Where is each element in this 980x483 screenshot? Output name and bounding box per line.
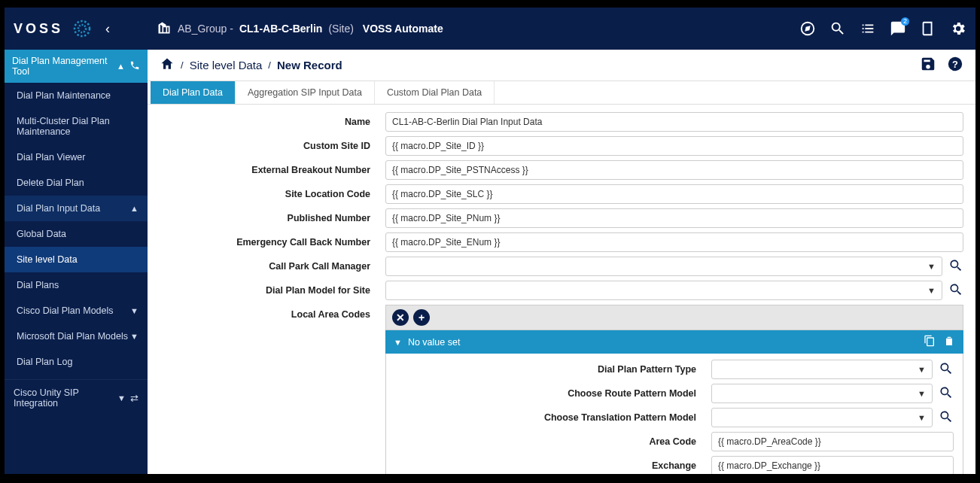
breadcrumb-current: New Record bbox=[277, 59, 342, 71]
ext-breakout-field[interactable] bbox=[385, 160, 963, 180]
add-item-button[interactable]: + bbox=[413, 309, 430, 326]
dial-model-search-button[interactable] bbox=[948, 282, 963, 299]
explore-icon[interactable] bbox=[799, 20, 816, 37]
section-title: No value set bbox=[408, 337, 460, 348]
pattern-type-label: Dial Plan Pattern Type bbox=[395, 364, 711, 375]
sidebar-item-label: Dial Plan Input Data bbox=[17, 203, 100, 214]
name-label: Name bbox=[160, 117, 385, 127]
save-button[interactable] bbox=[920, 56, 936, 74]
top-bar: VOSS ‹ AB_Group - CL1-AB-C-Berlin (Site)… bbox=[5, 8, 975, 50]
settings-icon[interactable] bbox=[950, 20, 966, 37]
sidebar-group-title: Dial Plan Management Tool bbox=[12, 56, 117, 77]
tabs: Dial Plan Data Aggregation SIP Input Dat… bbox=[148, 81, 975, 105]
sidebar-item-label: Cisco Dial Plan Models bbox=[17, 305, 114, 316]
chevron-down-icon: ▼ bbox=[918, 365, 926, 374]
site-loc-label: Site Location Code bbox=[160, 189, 385, 199]
chevron-down-icon: ▼ bbox=[927, 262, 936, 271]
call-park-select[interactable]: ▼ bbox=[385, 257, 942, 276]
page-header: / Site level Data / New Record ? bbox=[148, 50, 975, 81]
help-button[interactable]: ? bbox=[947, 56, 963, 74]
chevron-down-icon: ▼ bbox=[918, 413, 926, 422]
sidebar-item-label: Cisco Unity SIP Integration bbox=[14, 387, 117, 409]
emerg-cb-label: Emergency Call Back Number bbox=[160, 237, 385, 248]
form-area: Name Custom Site ID External Breakout Nu… bbox=[148, 105, 975, 474]
breadcrumb-link[interactable]: Site level Data bbox=[190, 59, 263, 71]
local-area-label: Local Area Codes bbox=[160, 305, 385, 320]
name-field[interactable] bbox=[385, 112, 963, 132]
org-icon[interactable] bbox=[157, 20, 172, 38]
brand-logo-icon bbox=[71, 17, 93, 40]
phone-icon bbox=[129, 60, 140, 73]
chevron-down-icon: ▼ bbox=[130, 332, 138, 341]
context-org: AB_Group - bbox=[178, 23, 233, 35]
local-area-section-header[interactable]: ▼ No value set bbox=[385, 330, 963, 354]
context-breadcrumb[interactable]: AB_Group - CL1-AB-C-Berlin (Site) bbox=[178, 23, 354, 35]
sidebar-group-header[interactable]: Dial Plan Management Tool ▲ bbox=[5, 50, 148, 83]
sidebar-item-dial-plan-viewer[interactable]: Dial Plan Viewer bbox=[5, 144, 148, 170]
local-area-toolbar: ✕ + bbox=[385, 305, 963, 330]
search-icon[interactable] bbox=[829, 20, 846, 37]
route-model-select[interactable]: ▼ bbox=[711, 384, 933, 403]
pattern-type-search-button[interactable] bbox=[939, 361, 954, 378]
site-loc-field[interactable] bbox=[385, 184, 963, 204]
call-park-label: Call Park Call Manager bbox=[160, 261, 385, 272]
pattern-type-select[interactable]: ▼ bbox=[711, 360, 933, 379]
chevron-down-icon: ▼ bbox=[130, 306, 138, 315]
pub-number-label: Published Number bbox=[160, 213, 385, 223]
trans-model-label: Choose Translation Pattern Model bbox=[395, 412, 711, 423]
book-icon[interactable] bbox=[920, 20, 936, 37]
remove-item-button[interactable]: ✕ bbox=[392, 309, 409, 326]
chevron-down-icon: ▼ bbox=[394, 338, 402, 347]
chevron-up-icon: ▲ bbox=[130, 204, 138, 213]
link-icon: ⇄ bbox=[130, 393, 138, 404]
ext-breakout-label: External Breakout Number bbox=[160, 165, 385, 175]
local-area-section-body: Dial Plan Pattern Type ▼ Choose Route Pa… bbox=[385, 354, 963, 474]
tab-dial-plan-data[interactable]: Dial Plan Data bbox=[151, 81, 236, 104]
sidebar-item-dial-plan-log[interactable]: Dial Plan Log bbox=[5, 349, 148, 375]
sidebar-item-dial-plan-maintenance[interactable]: Dial Plan Maintenance bbox=[5, 83, 148, 108]
route-model-search-button[interactable] bbox=[939, 385, 954, 402]
chevron-down-icon: ▼ bbox=[117, 393, 126, 402]
pub-number-field[interactable] bbox=[385, 208, 963, 228]
call-park-search-button[interactable] bbox=[948, 258, 963, 275]
tab-aggregation-sip[interactable]: Aggregation SIP Input Data bbox=[236, 81, 375, 104]
chat-icon[interactable]: 2 bbox=[890, 20, 906, 37]
emerg-cb-field[interactable] bbox=[385, 232, 963, 252]
sidebar-item-delete-dial-plan[interactable]: Delete Dial Plan bbox=[5, 170, 148, 196]
brand-name: VOSS bbox=[14, 21, 63, 37]
context-site: CL1-AB-C-Berlin bbox=[239, 23, 322, 35]
trans-model-search-button[interactable] bbox=[939, 409, 954, 427]
dial-model-label: Dial Plan Model for Site bbox=[160, 285, 385, 296]
chevron-up-icon: ▲ bbox=[117, 62, 125, 71]
svg-point-0 bbox=[75, 21, 90, 36]
exchange-label: Exchange bbox=[395, 460, 711, 471]
list-icon[interactable] bbox=[860, 20, 876, 37]
notification-badge: 2 bbox=[901, 17, 909, 26]
chevron-down-icon: ▼ bbox=[927, 286, 936, 295]
sidebar-item-cisco-models[interactable]: Cisco Dial Plan Models ▼ bbox=[5, 298, 148, 324]
copy-icon[interactable] bbox=[924, 335, 936, 349]
app-name: VOSS Automate bbox=[363, 23, 443, 35]
svg-point-1 bbox=[78, 25, 86, 32]
trans-model-select[interactable]: ▼ bbox=[711, 408, 933, 427]
sidebar-collapse-button[interactable]: ‹ bbox=[105, 21, 110, 37]
area-code-label: Area Code bbox=[395, 436, 711, 447]
chevron-down-icon: ▼ bbox=[918, 389, 926, 398]
sidebar-item-global-data[interactable]: Global Data bbox=[5, 221, 148, 247]
sidebar-item-dial-plans[interactable]: Dial Plans bbox=[5, 272, 148, 298]
route-model-label: Choose Route Pattern Model bbox=[395, 388, 711, 399]
sidebar-item-microsoft-models[interactable]: Microsoft Dial Plan Models ▼ bbox=[5, 324, 148, 349]
sidebar-item-site-level-data[interactable]: Site level Data bbox=[5, 247, 148, 272]
area-code-field[interactable] bbox=[711, 432, 954, 451]
sidebar-item-label: Microsoft Dial Plan Models bbox=[17, 331, 128, 342]
custom-site-id-field[interactable] bbox=[385, 136, 963, 156]
sidebar: Dial Plan Management Tool ▲ Dial Plan Ma… bbox=[5, 50, 148, 474]
exchange-field[interactable] bbox=[711, 456, 954, 474]
sidebar-item-cisco-unity-sip[interactable]: Cisco Unity SIP Integration ▼ ⇄ bbox=[5, 379, 148, 416]
dial-model-select[interactable]: ▼ bbox=[385, 281, 942, 300]
sidebar-item-multi-cluster[interactable]: Multi-Cluster Dial Plan Maintenance bbox=[5, 108, 148, 144]
sidebar-item-dial-plan-input-data[interactable]: Dial Plan Input Data ▲ bbox=[5, 196, 148, 221]
tab-custom-dial-plan[interactable]: Custom Dial Plan Data bbox=[375, 81, 495, 104]
delete-icon[interactable] bbox=[943, 335, 955, 349]
home-icon[interactable] bbox=[160, 56, 175, 74]
